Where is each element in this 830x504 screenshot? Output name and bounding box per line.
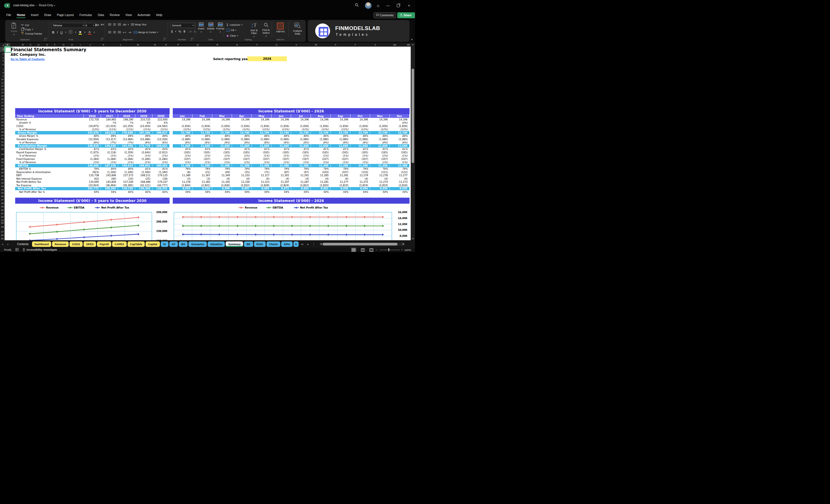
cell[interactable]: 81% xyxy=(272,148,291,151)
income-statement-5yr-table[interactable]: Income Statement ($'000) - 5 years to De… xyxy=(15,108,169,194)
income-statement-2026-table[interactable]: Income Statement ($'000) - 2026JanFebMar… xyxy=(173,108,410,194)
cell[interactable]: (4) xyxy=(291,177,311,180)
table-row-ebitda[interactable]: EBITDA136,660147,236158,913169,851180,46… xyxy=(15,164,169,167)
cell[interactable]: 158,913 xyxy=(118,164,135,167)
cell[interactable]: (87) xyxy=(272,171,291,174)
cell[interactable]: (107) xyxy=(291,158,311,160)
table-row-ebit[interactable]: EBIT135,738145,896157,573168,511179,125 xyxy=(15,174,169,177)
table-row--of-revenue[interactable]: % of Revenue(12%)(11%)(11%)(11%)(11%) xyxy=(15,128,169,131)
cell[interactable]: 11,388 xyxy=(212,164,232,167)
cell[interactable]: (1,656) xyxy=(272,125,291,128)
comma-style-button[interactable]: 9 xyxy=(183,30,185,33)
cell[interactable]: (8%) xyxy=(192,141,212,144)
cell[interactable]: (1%) xyxy=(232,154,252,157)
cell[interactable]: (8%) xyxy=(390,141,410,144)
table-row-net-profit-after-tax-[interactable]: Net Profit After Tax %59%59%60%60%60% xyxy=(15,190,169,194)
cell[interactable]: 89% xyxy=(153,134,169,137)
cell[interactable]: 81% xyxy=(212,148,232,151)
cell[interactable]: 81% xyxy=(350,148,370,151)
cell[interactable]: (1%) xyxy=(135,161,153,164)
cell[interactable]: (13,486) xyxy=(135,138,153,141)
cell[interactable]: (12%) xyxy=(173,128,192,131)
sheet-tab-scenarios[interactable]: Scenarios xyxy=(189,242,206,247)
cell[interactable]: (1%) xyxy=(135,154,153,157)
cell[interactable]: 81% xyxy=(291,148,311,151)
cell[interactable]: 81% xyxy=(311,148,331,151)
cell[interactable]: 59% xyxy=(370,190,390,193)
cell[interactable]: 11,660 xyxy=(192,145,212,147)
row-header-45[interactable]: 45 xyxy=(0,191,5,194)
cell[interactable]: (112) xyxy=(390,171,410,174)
align-left-icon[interactable] xyxy=(108,31,111,34)
decrease-indent-icon[interactable]: ⇤≡ xyxy=(123,31,126,34)
zoom-in-button[interactable]: + xyxy=(401,248,403,251)
cell[interactable]: 59% xyxy=(212,190,232,193)
sheet-tab-charts[interactable]: Charts xyxy=(266,242,280,247)
row-header-33[interactable]: 33 xyxy=(0,147,5,151)
cell[interactable]: (4) xyxy=(331,177,350,180)
cell[interactable]: (1%) xyxy=(390,161,410,164)
cell[interactable]: (0%) xyxy=(390,121,410,124)
cell[interactable]: (107) xyxy=(370,158,390,160)
cell[interactable]: 81% xyxy=(135,167,153,170)
cell[interactable]: 88% xyxy=(252,134,272,137)
sheet-tab-cogs[interactable]: COGS xyxy=(69,242,83,247)
row-header-15[interactable]: 15 xyxy=(0,94,5,98)
cell[interactable]: 59% xyxy=(272,190,291,193)
cell[interactable]: (107) xyxy=(331,158,350,160)
cell[interactable]: (1,080) xyxy=(173,138,192,141)
find-select-button[interactable]: Find & Select▾ xyxy=(261,23,271,38)
cell[interactable]: 11,291 xyxy=(291,174,311,177)
cell[interactable]: 79% xyxy=(252,167,272,170)
cell[interactable]: 8,473 xyxy=(272,187,291,190)
sheet-tab-s[interactable]: S xyxy=(293,242,298,247)
row-header-4[interactable]: 4 xyxy=(0,60,5,62)
cell[interactable]: 88% xyxy=(311,134,331,137)
align-right-icon[interactable] xyxy=(118,31,121,34)
vertical-scroll-thumb[interactable] xyxy=(412,69,414,163)
normal-view-icon[interactable] xyxy=(352,248,355,252)
row-header-37[interactable]: 37 xyxy=(0,164,5,167)
cell[interactable]: 11,281 xyxy=(331,174,350,177)
row-header-42[interactable]: 42 xyxy=(0,181,5,185)
cell[interactable]: (1,284) xyxy=(153,158,169,160)
cell[interactable]: 88% xyxy=(272,134,291,137)
cell[interactable]: 11,281 xyxy=(311,181,331,183)
column-headers[interactable]: ABCDEFGHIJKLMNOPQRSTUVWXYZAAAB xyxy=(5,43,411,47)
cell[interactable]: (8%) xyxy=(252,141,272,144)
column-header-AA[interactable]: AA xyxy=(393,43,396,46)
cell[interactable]: 79% xyxy=(311,167,331,170)
row-header-11[interactable]: 11 xyxy=(0,81,5,84)
row-header-48[interactable]: 48 xyxy=(0,201,5,205)
cell[interactable]: 79% xyxy=(84,167,101,170)
row-header-57[interactable]: 57 xyxy=(0,230,5,233)
cell[interactable]: 59% xyxy=(101,190,118,193)
table-row--of-revenue[interactable]: % of Revenue(1%)(1%)(1%)(1%)(1%) xyxy=(15,161,169,164)
row-header-14[interactable]: 14 xyxy=(0,91,5,94)
table-row--of-revenue[interactable]: % of Revenue(8%)(7%)(7%)(6%)(6%) xyxy=(15,141,169,145)
row-header-17[interactable]: 17 xyxy=(0,101,5,104)
cell[interactable]: 79% xyxy=(331,167,350,170)
cell[interactable]: 59% xyxy=(331,190,350,193)
cell[interactable]: (12%) xyxy=(272,128,291,131)
cell[interactable]: 12,740 xyxy=(272,131,291,134)
orientation-button[interactable]: ab̷ xyxy=(123,23,126,26)
cell[interactable]: 79% xyxy=(192,167,212,170)
cell[interactable]: 14,396 xyxy=(311,118,331,121)
cell[interactable]: (1,340) xyxy=(153,171,169,174)
row-header-35[interactable]: 35 xyxy=(0,157,5,161)
cell[interactable]: 173,779 xyxy=(135,145,153,147)
cell[interactable]: (1,656) xyxy=(252,125,272,128)
cell[interactable]: (2,818) xyxy=(390,184,410,187)
cell[interactable]: (1,080) xyxy=(390,138,410,141)
cell[interactable]: (1,284) xyxy=(118,158,135,160)
cell[interactable]: 81% xyxy=(173,148,192,151)
cell[interactable]: 14,396 xyxy=(232,118,252,121)
cell[interactable]: 11,380 xyxy=(173,174,192,177)
cell[interactable]: 14,396 xyxy=(252,118,272,121)
more-sheets-icon[interactable]: ••• xyxy=(299,243,305,245)
cell[interactable]: (1%) xyxy=(331,154,350,157)
minimize-button[interactable]: — xyxy=(385,3,391,8)
sheet-tab-is[interactable]: IS xyxy=(161,242,168,247)
column-header-V[interactable]: V xyxy=(295,43,297,46)
